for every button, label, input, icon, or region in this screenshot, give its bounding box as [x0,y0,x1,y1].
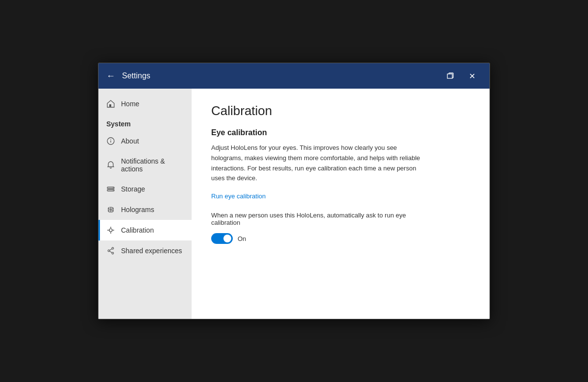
svg-rect-0 [447,74,452,78]
svg-point-4 [110,139,111,140]
svg-point-19 [112,247,114,249]
sidebar-item-storage[interactable]: Storage [98,179,192,199]
section-description: Adjust HoloLens for your eyes. This impr… [211,143,422,184]
titlebar: ← Settings ✕ [98,63,490,89]
auto-ask-label: When a new person uses this HoloLens, au… [211,212,422,226]
toggle-row: On [211,233,470,244]
holograms-icon [106,205,115,214]
bell-icon [106,161,115,169]
window-title: Settings [122,72,441,80]
close-button[interactable]: ✕ [462,66,482,86]
window-controls: ✕ [441,66,482,86]
sidebar-item-calibration[interactable]: Calibration [98,220,192,240]
content-panel: Calibration Eye calibration Adjust HoloL… [192,89,490,319]
svg-point-20 [108,250,110,252]
svg-point-8 [113,190,113,191]
run-calibration-link[interactable]: Run eye calibration [211,192,470,200]
sidebar-about-label: About [121,137,139,145]
svg-line-22 [110,249,112,250]
main-area: Home System About [98,89,490,319]
sidebar-notifications-label: Notifications & actions [121,157,184,173]
sidebar-item-about[interactable]: About [98,131,192,151]
sidebar: Home System About [98,89,192,319]
toggle-state-label: On [238,235,246,242]
restore-button[interactable] [441,66,460,86]
shared-icon [106,246,115,255]
sidebar-item-holograms[interactable]: Holograms [98,199,192,220]
home-icon [106,99,115,108]
sidebar-shared-label: Shared experiences [121,247,182,255]
restore-icon [446,72,454,80]
calibration-icon [106,226,115,235]
sidebar-home-label: Home [121,100,139,108]
sidebar-calibration-label: Calibration [121,226,154,234]
sidebar-category: System [98,114,192,131]
svg-point-21 [112,252,114,254]
sidebar-item-shared[interactable]: Shared experiences [98,240,192,261]
info-icon [106,137,115,145]
section-title: Eye calibration [211,128,470,137]
sidebar-holograms-label: Holograms [121,206,154,214]
svg-rect-1 [109,104,111,107]
back-button[interactable]: ← [106,71,115,81]
svg-line-23 [110,251,112,253]
sidebar-item-notifications[interactable]: Notifications & actions [98,151,192,179]
sidebar-storage-label: Storage [121,185,145,193]
page-title: Calibration [211,103,470,119]
eye-calibration-toggle[interactable] [211,233,233,244]
storage-icon [106,185,115,193]
svg-point-14 [109,229,112,232]
svg-point-7 [113,188,113,188]
settings-window: ← Settings ✕ Home [98,63,490,319]
sidebar-item-home[interactable]: Home [98,94,192,114]
